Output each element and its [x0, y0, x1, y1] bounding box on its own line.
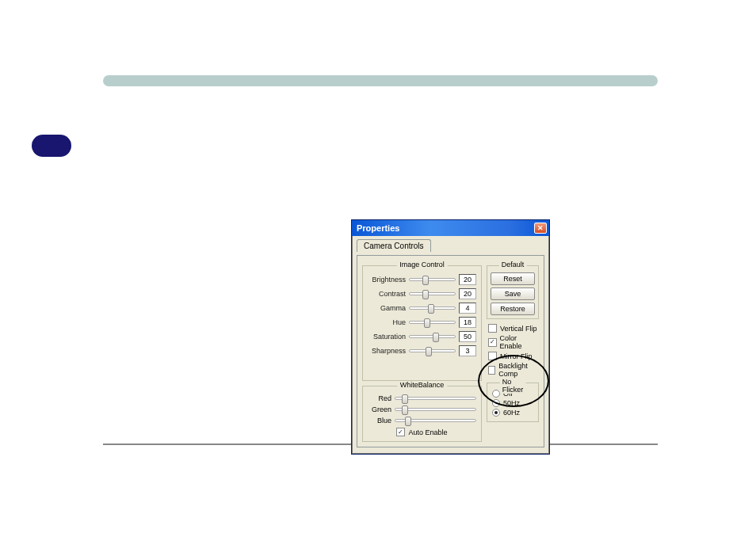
label-hue: Hue: [368, 318, 406, 326]
save-button[interactable]: Save: [491, 287, 535, 300]
check-mirror-flip[interactable]: Mirror Flip: [488, 352, 539, 360]
radio-icon: [492, 409, 500, 417]
group-white-balance: WhiteBalance Red Green Blue ✓: [362, 386, 482, 442]
checkbox-icon: ✓: [488, 338, 497, 347]
check-color-enable-label: Color Enable: [500, 334, 539, 350]
value-sharpness: 3: [459, 345, 476, 356]
radio-60hz[interactable]: 60Hz: [492, 409, 535, 417]
label-red: Red: [368, 394, 391, 402]
slider-sharpness[interactable]: [409, 349, 456, 352]
row-sharpness: Sharpness 3: [368, 345, 476, 356]
label-brightness: Brightness: [368, 276, 406, 284]
label-saturation: Saturation: [368, 333, 406, 341]
slider-red[interactable]: [395, 397, 476, 400]
label-blue: Blue: [368, 417, 391, 424]
slider-blue[interactable]: [395, 419, 476, 422]
decorative-bar-top: [103, 75, 658, 86]
close-button[interactable]: ✕: [534, 223, 547, 234]
row-gamma: Gamma 4: [368, 303, 476, 314]
group-image-control-legend: Image Control: [396, 261, 448, 268]
group-default: Default Reset Save Restore: [487, 265, 539, 319]
label-contrast: Contrast: [368, 290, 406, 298]
label-green: Green: [368, 405, 391, 413]
row-saturation: Saturation 50: [368, 331, 476, 342]
slider-brightness[interactable]: [409, 278, 456, 281]
right-column: Default Reset Save Restore Vertical Flip…: [487, 261, 539, 381]
properties-window: Properties ✕ Camera Controls Image Contr…: [351, 219, 550, 455]
titlebar[interactable]: Properties ✕: [352, 220, 549, 236]
check-vertical-flip[interactable]: Vertical Flip: [488, 324, 539, 333]
window-title: Properties: [357, 223, 399, 233]
tab-panel: Image Control Brightness 20 Contrast 20 …: [357, 255, 544, 447]
close-icon: ✕: [537, 225, 544, 232]
checkbox-icon: [488, 366, 495, 375]
group-no-flicker: No Flicker Off 50Hz 60Hz: [487, 383, 539, 422]
tab-camera-controls[interactable]: Camera Controls: [357, 239, 431, 252]
row-hue: Hue 18: [368, 317, 476, 328]
value-hue: 18: [459, 317, 476, 328]
checkbox-icon: [488, 324, 497, 333]
check-backlight-comp-label: Backlight Comp: [498, 362, 539, 378]
check-auto-enable[interactable]: ✓ Auto Enable: [368, 428, 476, 436]
reset-button[interactable]: Reset: [491, 272, 535, 285]
slider-gamma[interactable]: [409, 306, 456, 310]
flicker-container: No Flicker Off 50Hz 60Hz: [487, 381, 539, 442]
row-contrast: Contrast 20: [368, 288, 476, 299]
group-image-control: Image Control Brightness 20 Contrast 20 …: [362, 265, 482, 381]
row-brightness: Brightness 20: [368, 274, 476, 285]
row-red: Red: [368, 394, 476, 402]
checks-column: Vertical Flip ✓ Color Enable Mirror Flip: [487, 322, 539, 381]
value-brightness: 20: [459, 274, 476, 285]
slider-green[interactable]: [395, 408, 476, 411]
checkbox-icon: [488, 352, 497, 360]
restore-button[interactable]: Restore: [491, 303, 535, 315]
check-mirror-flip-label: Mirror Flip: [500, 352, 533, 360]
slider-contrast[interactable]: [409, 292, 456, 295]
check-auto-enable-label: Auto Enable: [408, 428, 447, 436]
radio-icon: [492, 399, 500, 407]
slider-saturation[interactable]: [409, 335, 456, 338]
check-vertical-flip-label: Vertical Flip: [500, 325, 537, 333]
value-gamma: 4: [459, 303, 476, 314]
check-backlight-comp[interactable]: Backlight Comp: [488, 362, 539, 378]
tab-strip: Camera Controls: [357, 239, 544, 252]
row-blue: Blue: [368, 417, 476, 424]
radio-50hz-label: 50Hz: [503, 399, 520, 407]
check-color-enable[interactable]: ✓ Color Enable: [488, 334, 539, 350]
group-default-legend: Default: [499, 261, 527, 268]
slider-hue[interactable]: [409, 321, 456, 324]
radio-50hz[interactable]: 50Hz: [492, 399, 535, 407]
value-saturation: 50: [459, 331, 476, 342]
row-green: Green: [368, 405, 476, 413]
label-sharpness: Sharpness: [368, 347, 406, 355]
decorative-pill-small: [32, 135, 71, 157]
radio-icon: [492, 390, 500, 398]
radio-60hz-label: 60Hz: [503, 409, 520, 417]
label-gamma: Gamma: [368, 304, 406, 312]
group-no-flicker-legend: No Flicker: [500, 378, 526, 394]
value-contrast: 20: [459, 288, 476, 299]
group-white-balance-legend: WhiteBalance: [397, 381, 448, 389]
checkbox-icon: ✓: [396, 428, 405, 436]
